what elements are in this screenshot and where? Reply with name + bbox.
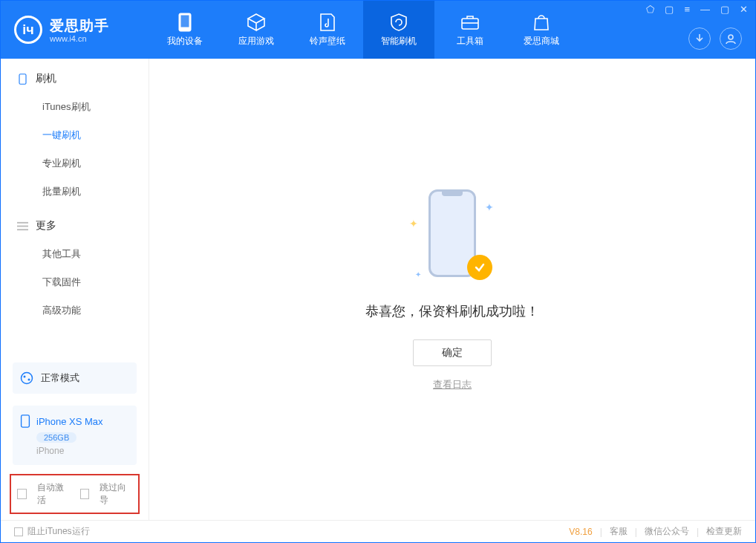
- nav-ringtone-wallpaper[interactable]: 铃声壁纸: [292, 1, 363, 59]
- success-message: 恭喜您，保资料刷机成功啦！: [365, 302, 539, 320]
- svg-point-11: [28, 379, 30, 381]
- checkbox-skip-guide[interactable]: [80, 489, 90, 499]
- success-illustration: ✦ ✦ ✦: [408, 188, 497, 284]
- sidebar-item-pro-flash[interactable]: 专业刷机: [1, 149, 149, 178]
- sidebar-group-more: 更多: [1, 206, 149, 240]
- device-icon: [20, 414, 30, 428]
- svg-rect-5: [19, 74, 26, 84]
- nav-smart-flash[interactable]: 智能刷机: [363, 1, 434, 59]
- sidebar-item-batch-flash[interactable]: 批量刷机: [1, 178, 149, 206]
- svg-rect-12: [22, 415, 30, 427]
- phone-outline-icon: [17, 74, 28, 85]
- list-icon: [17, 221, 28, 232]
- cube-icon: [247, 13, 266, 32]
- device-type: iPhone: [36, 446, 129, 456]
- shirt-icon[interactable]: ⬠: [646, 4, 654, 15]
- status-link-wechat[interactable]: 微信公众号: [645, 525, 689, 538]
- feedback-icon[interactable]: ▢: [665, 4, 674, 15]
- music-file-icon: [318, 13, 337, 32]
- sidebar-item-itunes-flash[interactable]: iTunes刷机: [1, 93, 149, 121]
- close-button[interactable]: ✕: [740, 4, 748, 15]
- checkbox-block-itunes[interactable]: [14, 527, 23, 536]
- version-label: V8.16: [569, 527, 592, 537]
- download-manager-button[interactable]: [688, 27, 711, 50]
- maximize-button[interactable]: ▢: [720, 4, 729, 15]
- mode-icon: [20, 371, 33, 385]
- phone-icon: [175, 13, 195, 32]
- app-name: 爱思助手: [50, 16, 109, 36]
- refresh-shield-icon: [389, 13, 408, 32]
- svg-rect-2: [462, 19, 478, 29]
- minimize-button[interactable]: ―: [700, 4, 710, 15]
- logo-icon: iч: [14, 16, 42, 44]
- confirm-button[interactable]: 确定: [413, 339, 492, 366]
- status-link-support[interactable]: 客服: [610, 525, 628, 538]
- status-link-update[interactable]: 检查更新: [706, 525, 742, 538]
- bag-icon: [532, 13, 551, 32]
- svg-rect-1: [180, 15, 189, 27]
- nav-my-device[interactable]: 我的设备: [149, 1, 221, 59]
- device-storage-badge: 256GB: [36, 432, 76, 443]
- device-mode-card[interactable]: 正常模式: [13, 362, 137, 394]
- menu-icon[interactable]: ≡: [684, 4, 690, 15]
- view-log-link[interactable]: 查看日志: [433, 378, 472, 391]
- app-logo: iч 爱思助手 www.i4.cn: [1, 1, 149, 59]
- toolbox-icon: [460, 13, 480, 32]
- svg-point-9: [22, 373, 33, 384]
- nav-store[interactable]: 爱思商城: [506, 1, 577, 59]
- checkbox-auto-activate[interactable]: [17, 489, 27, 499]
- sidebar-item-download-firmware[interactable]: 下载固件: [1, 268, 149, 296]
- device-info-card[interactable]: iPhone XS Max 256GB iPhone: [13, 406, 137, 465]
- nav-apps-games[interactable]: 应用游戏: [221, 1, 292, 59]
- svg-point-4: [729, 35, 733, 39]
- sidebar-item-advanced[interactable]: 高级功能: [1, 296, 149, 325]
- sidebar-item-onekey-flash[interactable]: 一键刷机: [1, 121, 149, 149]
- check-icon: [467, 255, 492, 280]
- nav-toolbox[interactable]: 工具箱: [434, 1, 506, 59]
- sidebar-item-other-tools[interactable]: 其他工具: [1, 240, 149, 268]
- highlighted-options-row: 自动激活 跳过向导: [10, 474, 140, 514]
- svg-point-10: [24, 376, 26, 378]
- sidebar-group-flash: 刷机: [1, 59, 149, 93]
- account-button[interactable]: [720, 27, 742, 50]
